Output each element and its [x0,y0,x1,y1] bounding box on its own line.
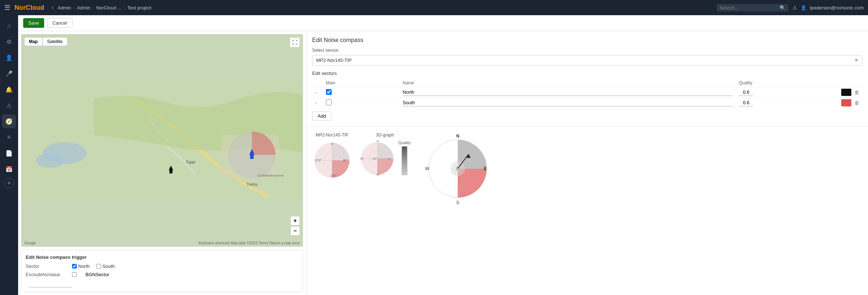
svg-text:Egge: Egge [186,160,196,164]
search-input[interactable] [720,5,777,10]
sidebar-item-user[interactable]: 👤 [2,51,16,64]
sidebar-item-calendar[interactable]: 📅 [2,162,16,176]
exclude-checkbox[interactable] [72,272,77,277]
breadcrumb-norcloud[interactable]: NorCloud ... [96,5,121,10]
breadcrumb-admin2[interactable]: Admin [77,5,91,10]
alert-icon[interactable]: ⚠ [793,5,797,10]
zoom-out-button[interactable]: − [290,226,300,236]
svg-text:E: E [484,166,487,171]
sidebar-item-warning[interactable]: ⚠ [2,98,16,112]
noise-compass-edit-section: Edit Noise compass Select sensor MP2-Nor… [306,31,868,127]
compass-3d-block: N E S W Z [422,132,494,289]
breadcrumb: Admin › Admin › NorCloud ... › Test proj… [58,5,151,10]
sector-label: Sector [26,264,69,269]
col-actions [838,79,862,87]
bgn-input[interactable] [29,280,72,287]
table-row: › 🗑 [312,98,862,108]
svg-text:90°: 90° [343,159,348,162]
sidebar-item-compass[interactable]: 🧭 [2,114,16,128]
left-panel: Egge Tranby Gjellebekkmyrene Map Satelli… [18,31,306,295]
north-main-checkbox[interactable] [326,89,332,95]
north-name-input[interactable] [403,89,733,96]
action-bar: Save Cancel [18,15,868,31]
sensor-preview-label: MP2-Nor145-TIP [316,132,349,138]
chevron-south-icon[interactable]: › [315,101,316,106]
map-background[interactable]: Egge Tranby Gjellebekkmyrene [21,34,303,246]
search-icon: 🔍 [780,5,785,10]
quality-bar [402,146,407,175]
quality-bar-label: Quality [398,140,411,145]
sidebar-item-plus[interactable]: + [4,178,14,188]
sensor-select[interactable]: MP2-Nor145-TIP [312,55,862,66]
back-arrow-icon[interactable]: ‹ [51,4,53,11]
sidebar-item-microphone[interactable]: 🎤 [2,67,16,80]
map-tabs: Map Satellite [24,37,67,46]
cancel-button[interactable]: Cancel [47,18,72,28]
bgn-label: BGNSector [85,272,109,277]
svg-text:90°: 90° [376,140,381,143]
svg-text:Z: Z [456,167,458,171]
north-checkbox-label: North [72,264,90,269]
svg-text:N: N [456,134,460,139]
svg-text:Gjellebekkmyrene: Gjellebekkmyrene [257,174,284,177]
sidebar-item-home[interactable]: ⌂ [2,19,16,33]
south-checkbox[interactable] [96,264,101,269]
breadcrumb-admin1[interactable]: Admin [58,5,71,10]
north-color-swatch[interactable] [841,89,851,96]
graph-3d-block: 3D-graph [359,132,411,289]
sidebar-item-bell[interactable]: 🔔 [2,83,16,96]
noise-compass-edit-title: Edit Noise compass [312,37,862,43]
map-container: Egge Tranby Gjellebekkmyrene Map Satelli… [21,34,303,247]
svg-text:0°: 0° [331,142,334,146]
south-main-checkbox[interactable] [326,100,332,105]
quality-bar-container: Quality [398,140,411,175]
sidebar-item-settings[interactable]: ⚙ [2,35,16,49]
add-sector-button[interactable]: Add [312,111,331,121]
main-panels: Egge Tranby Gjellebekkmyrene Map Satelli… [18,31,868,295]
search-bar: 🔍 [717,4,788,12]
svg-text:-90°: -90° [376,173,381,176]
south-quality-input[interactable] [739,99,753,106]
breadcrumb-project[interactable]: Test project [127,5,151,10]
north-quality-input[interactable] [739,89,753,96]
sidebar-item-list[interactable]: ≡ [2,130,16,144]
trigger-panel: Edit Noise compass trigger Sector North … [21,250,303,292]
svg-point-2 [36,153,65,168]
graph-3d-label: 3D-graph [376,132,394,138]
table-row: › 🗑 [312,87,862,98]
north-checkbox[interactable] [72,264,77,269]
svg-text:W: W [425,166,429,171]
trigger-panel-title: Edit Noise compass trigger [26,254,298,260]
north-delete-button[interactable]: 🗑 [854,89,859,95]
navbar: ☰ NorCloud ‹ Admin › Admin › NorCloud ..… [0,0,868,15]
save-button[interactable]: Save [23,18,44,28]
navbar-icons: ⚠ 👤 tpedersen@norsonic.com [793,5,864,10]
select-sensor-label: Select sensor [312,48,862,53]
fullscreen-button[interactable]: ⛶ [290,37,300,47]
south-delete-button[interactable]: 🗑 [854,100,859,106]
map-attribution-google: Google [24,241,36,245]
tab-satellite[interactable]: Satellite [42,37,67,46]
user-avatar-icon[interactable]: 👤 [801,5,806,10]
svg-text:180°: 180° [330,174,337,177]
edit-sectors-title: Edit sectors [312,71,862,76]
sectors-table: Main Name Quality › [312,79,862,108]
south-checkbox-label: South [96,264,115,269]
map-attribution-right: Keyboard shortcuts Map data ©2023 Terms … [198,241,300,245]
sector-row: Sector North South [26,264,298,269]
zoom-in-button[interactable]: + [290,216,300,226]
tab-map[interactable]: Map [24,37,42,46]
edit-sectors-section: Edit sectors Main Name Quality [312,71,862,121]
col-main-header: Main [323,79,400,87]
svg-text:Tranby: Tranby [247,182,258,186]
hamburger-icon[interactable]: ☰ [4,4,10,12]
exclude-label: ExcludeNoValue [26,272,69,277]
sidebar-item-document[interactable]: 📄 [2,146,16,160]
chevron-north-icon[interactable]: › [315,90,316,95]
south-name-input[interactable] [403,99,733,106]
exclude-row: ExcludeNoValue BGNSector [26,272,298,277]
svg-text:270°: 270° [315,159,322,162]
south-color-swatch[interactable] [841,99,851,106]
user-email: tpedersen@norsonic.com [810,5,864,10]
preview-section: MP2-Nor145-TIP [306,127,868,295]
